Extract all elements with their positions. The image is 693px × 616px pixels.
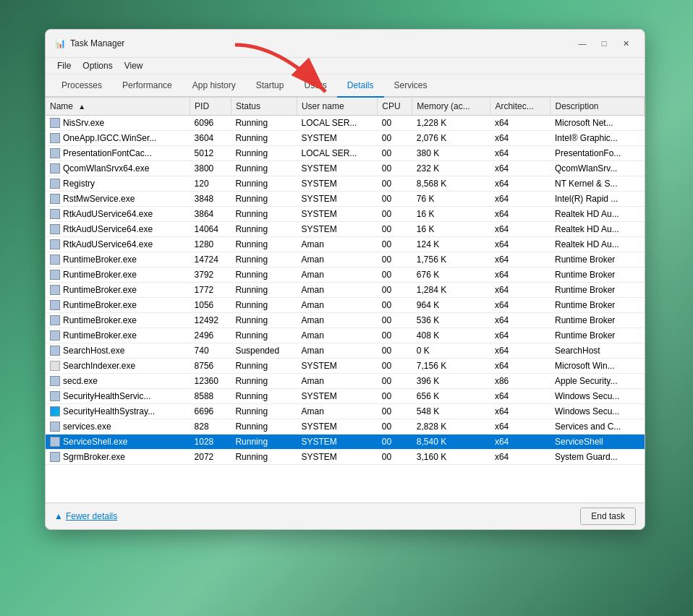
cell-arch: x64: [490, 222, 550, 237]
cell-pid: 2496: [190, 328, 231, 343]
process-name: RuntimeBroker.exe: [63, 254, 137, 265]
cell-status: Running: [231, 298, 297, 313]
tab-performance[interactable]: Performance: [112, 74, 182, 98]
cell-arch: x64: [490, 176, 550, 192]
cell-pid: 3800: [190, 161, 231, 176]
table-row[interactable]: RuntimeBroker.exe3792RunningAman00676 Kx…: [46, 268, 645, 283]
process-name: RtkAudUService64.exe: [63, 224, 153, 234]
end-task-button[interactable]: End task: [580, 508, 636, 525]
cell-desc: PresentationFo...: [550, 146, 645, 161]
cell-pid: 3604: [190, 131, 231, 146]
cell-name: SgrmBroker.exe: [46, 450, 190, 465]
table-row[interactable]: RuntimeBroker.exe2496RunningAman00408 Kx…: [46, 328, 645, 343]
tab-services[interactable]: Services: [384, 74, 438, 98]
cell-status: Running: [231, 207, 297, 222]
cell-arch: x64: [490, 146, 550, 161]
cell-cpu: 00: [378, 252, 412, 268]
cell-status: Running: [231, 268, 297, 283]
process-icon: [50, 315, 60, 325]
cell-status: Running: [231, 146, 297, 161]
tab-users[interactable]: Users: [294, 74, 336, 98]
close-button[interactable]: ✕: [616, 35, 636, 51]
col-user[interactable]: User name: [297, 98, 377, 116]
cell-memory: 7,156 K: [412, 359, 490, 374]
cell-name: secd.exe: [46, 374, 190, 389]
cell-pid: 3848: [190, 192, 231, 207]
table-row[interactable]: ServiceShell.exe1028RunningSYSTEM008,540…: [46, 435, 645, 450]
table-row[interactable]: RuntimeBroker.exe1056RunningAman00964 Kx…: [46, 298, 645, 313]
table-row[interactable]: RuntimeBroker.exe1772RunningAman001,284 …: [46, 283, 645, 298]
table-row[interactable]: SecurityHealthServic...8588RunningSYSTEM…: [46, 389, 645, 404]
fewer-details-button[interactable]: ▲ Fewer details: [54, 511, 117, 521]
cell-cpu: 00: [378, 237, 412, 252]
table-row[interactable]: SearchHost.exe740SuspendedAman000 Kx64Se…: [46, 343, 645, 359]
cell-desc: Runtime Broker: [550, 313, 645, 328]
process-icon: [50, 452, 60, 462]
col-arch[interactable]: Architec...: [490, 98, 550, 116]
cell-memory: 16 K: [412, 207, 490, 222]
tab-processes[interactable]: Processes: [51, 74, 112, 98]
table-row[interactable]: RstMwService.exe3848RunningSYSTEM0076 Kx…: [46, 192, 645, 207]
menu-file[interactable]: File: [51, 58, 77, 74]
table-row[interactable]: PresentationFontCac...5012RunningLOCAL S…: [46, 146, 645, 161]
process-name: RuntimeBroker.exe: [63, 270, 137, 280]
process-name: NisSrv.exe: [63, 118, 104, 128]
cell-user: Aman: [297, 237, 377, 252]
table-row[interactable]: Registry120RunningSYSTEM008,568 Kx64NT K…: [46, 176, 645, 192]
col-memory[interactable]: Memory (ac...: [412, 98, 490, 116]
task-manager-window: 📊 Task Manager — □ ✕ File Options View P…: [45, 29, 645, 530]
table-row[interactable]: RtkAudUService64.exe3864RunningSYSTEM001…: [46, 207, 645, 222]
table-row[interactable]: SgrmBroker.exe2072RunningSYSTEM003,160 K…: [46, 450, 645, 465]
table-row[interactable]: RtkAudUService64.exe1280RunningAman00124…: [46, 237, 645, 252]
table-row[interactable]: OneApp.IGCC.WinSer...3604RunningSYSTEM00…: [46, 131, 645, 146]
table-row[interactable]: RtkAudUService64.exe14064RunningSYSTEM00…: [46, 222, 645, 237]
process-name: RtkAudUService64.exe: [63, 209, 153, 219]
cell-user: SYSTEM: [297, 207, 377, 222]
table-row[interactable]: QcomWlanSrvx64.exe3800RunningSYSTEM00232…: [46, 161, 645, 176]
tab-details[interactable]: Details: [337, 74, 384, 98]
cell-memory: 16 K: [412, 222, 490, 237]
cell-name: QcomWlanSrvx64.exe: [46, 161, 190, 176]
col-cpu[interactable]: CPU: [378, 98, 412, 116]
cell-status: Running: [231, 131, 297, 146]
cell-name: RtkAudUService64.exe: [46, 222, 190, 237]
menu-view[interactable]: View: [119, 58, 149, 74]
table-row[interactable]: RuntimeBroker.exe12492RunningAman00536 K…: [46, 313, 645, 328]
cell-name: SecurityHealthSystray...: [46, 404, 190, 419]
tab-bar: Processes Performance App history Startu…: [46, 74, 645, 98]
table-row[interactable]: SearchIndexer.exe8756RunningSYSTEM007,15…: [46, 359, 645, 374]
table-row[interactable]: secd.exe12360RunningAman00396 Kx86Apple …: [46, 374, 645, 389]
cell-status: Running: [231, 176, 297, 192]
table-row[interactable]: NisSrv.exe6096RunningLOCAL SER...001,228…: [46, 116, 645, 131]
cell-memory: 548 K: [412, 404, 490, 419]
cell-user: Aman: [297, 298, 377, 313]
cell-cpu: 00: [378, 222, 412, 237]
cell-arch: x64: [490, 450, 550, 465]
table-row[interactable]: SecurityHealthSystray...6696RunningAman0…: [46, 404, 645, 419]
process-name: SecurityHealthServic...: [63, 391, 150, 401]
cell-cpu: 00: [378, 359, 412, 374]
tab-startup[interactable]: Startup: [246, 74, 294, 98]
menu-options[interactable]: Options: [77, 58, 118, 74]
col-status[interactable]: Status: [231, 98, 297, 116]
cell-user: Aman: [297, 328, 377, 343]
cell-name: OneApp.IGCC.WinSer...: [46, 131, 190, 146]
minimize-button[interactable]: —: [572, 35, 592, 51]
maximize-button[interactable]: □: [594, 35, 614, 51]
col-name[interactable]: Name ▲: [46, 98, 190, 116]
table-row[interactable]: RuntimeBroker.exe14724RunningAman001,756…: [46, 252, 645, 268]
process-icon: [50, 406, 60, 416]
col-desc[interactable]: Description: [550, 98, 645, 116]
tab-app-history[interactable]: App history: [182, 74, 246, 98]
process-name: RtkAudUService64.exe: [63, 239, 153, 249]
process-icon: [50, 118, 60, 128]
cell-arch: x64: [490, 328, 550, 343]
col-pid[interactable]: PID: [190, 98, 231, 116]
table-row[interactable]: services.exe828RunningSYSTEM002,828 Kx64…: [46, 419, 645, 435]
cell-name: ServiceShell.exe: [46, 435, 190, 450]
cell-arch: x64: [490, 237, 550, 252]
cell-user: Aman: [297, 343, 377, 359]
process-name: SgrmBroker.exe: [63, 452, 125, 462]
cell-status: Running: [231, 374, 297, 389]
cell-memory: 1,756 K: [412, 252, 490, 268]
